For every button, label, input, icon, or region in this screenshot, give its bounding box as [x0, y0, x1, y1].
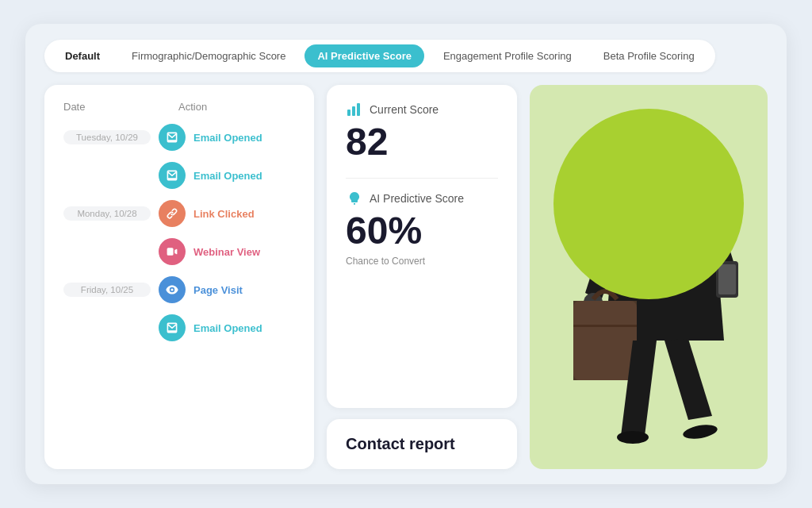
- current-score-section: Current Score 82: [346, 101, 498, 164]
- activity-date: Monday, 10/28: [63, 206, 151, 221]
- email-icon: [159, 314, 186, 341]
- current-score-label-row: Current Score: [346, 101, 498, 118]
- activity-date-empty: [63, 325, 151, 330]
- divider: [346, 178, 498, 179]
- predictive-score-value: 60%: [346, 210, 498, 252]
- svg-rect-9: [573, 325, 637, 327]
- score-panel: Current Score 82 AI Predictive Score: [327, 85, 517, 408]
- webinar-icon: [159, 238, 186, 265]
- predictive-score-section: AI Predictive Score 60% Chance to Conver…: [346, 190, 498, 267]
- table-row: Tuesday, 10/29 Email Opened: [63, 124, 295, 151]
- current-score-value: 82: [346, 121, 498, 164]
- tab-ai-predictive[interactable]: AI Predictive Score: [304, 44, 424, 67]
- center-panels: Current Score 82 AI Predictive Score: [327, 85, 517, 469]
- lightbulb-icon: [346, 190, 363, 207]
- chance-to-convert-label: Chance to Convert: [346, 256, 498, 267]
- tabs-row: Default Firmographic/Demographic Score A…: [44, 40, 715, 72]
- activity-label: Webinar View: [193, 246, 260, 258]
- activity-panel: Date Action Tuesday, 10/29 Email Opened …: [44, 85, 314, 469]
- table-row: Webinar View: [63, 238, 295, 265]
- predictive-score-label: AI Predictive Score: [370, 192, 464, 205]
- contact-report-text: Contact report: [346, 435, 455, 453]
- activity-date-empty: [63, 249, 151, 254]
- activity-date: Tuesday, 10/29: [63, 130, 151, 144]
- activity-label: Email Opened: [193, 322, 262, 334]
- green-circle: [553, 109, 744, 299]
- image-panel: [530, 85, 768, 469]
- tab-default[interactable]: Default: [52, 44, 113, 67]
- page-visit-icon: [159, 276, 186, 303]
- main-content: Date Action Tuesday, 10/29 Email Opened …: [44, 85, 768, 469]
- activity-date-empty: [63, 173, 151, 178]
- table-row: Email Opened: [63, 162, 295, 189]
- table-row: Monday, 10/28 Link Clicked: [63, 200, 295, 227]
- contact-report-panel[interactable]: Contact report: [327, 419, 517, 469]
- activity-label: Email Opened: [193, 170, 262, 182]
- email-icon: [159, 162, 186, 189]
- tab-engagement[interactable]: Engagement Profile Scoring: [431, 44, 584, 67]
- svg-rect-6: [718, 264, 736, 294]
- predictive-score-label-row: AI Predictive Score: [346, 190, 498, 207]
- tab-beta[interactable]: Beta Profile Scoring: [591, 44, 707, 67]
- current-score-label: Current Score: [370, 103, 439, 116]
- svg-rect-1: [352, 106, 355, 116]
- link-icon: [159, 200, 186, 227]
- svg-rect-0: [347, 110, 350, 116]
- svg-rect-2: [357, 103, 360, 116]
- activity-label: Page Visit: [193, 284, 243, 296]
- main-container: Default Firmographic/Demographic Score A…: [25, 24, 787, 484]
- tab-firmographic[interactable]: Firmographic/Demographic Score: [119, 44, 298, 67]
- col-date-header: Date: [63, 101, 147, 113]
- table-row: Email Opened: [63, 314, 295, 341]
- table-row: Friday, 10/25 Page Visit: [63, 276, 295, 303]
- svg-rect-8: [573, 301, 637, 380]
- col-action-header: Action: [178, 101, 295, 113]
- activity-header: Date Action: [63, 101, 295, 113]
- bar-chart-icon: [346, 101, 363, 118]
- email-icon: [159, 124, 186, 151]
- svg-point-10: [617, 431, 649, 444]
- activity-label: Link Clicked: [193, 208, 255, 220]
- activity-date: Friday, 10/25: [63, 283, 151, 297]
- svg-point-11: [682, 422, 718, 441]
- activity-label: Email Opened: [193, 132, 262, 144]
